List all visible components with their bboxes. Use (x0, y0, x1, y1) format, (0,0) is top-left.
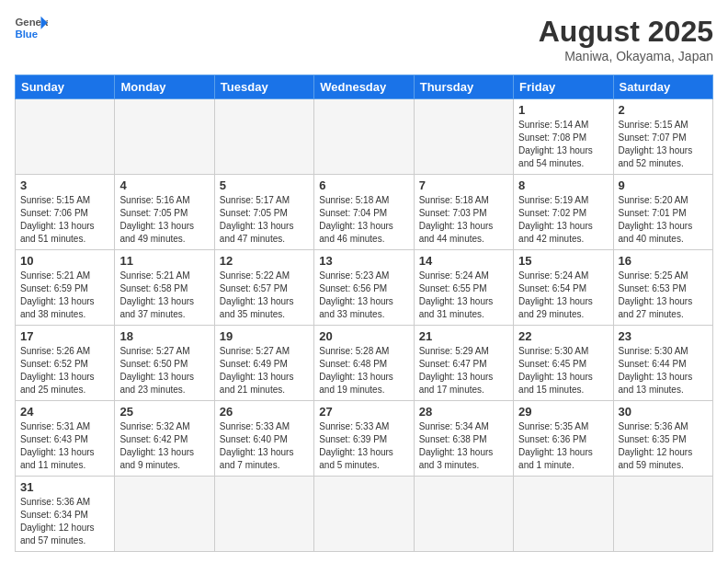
day-cell: 7Sunrise: 5:18 AM Sunset: 7:03 PM Daylig… (414, 175, 513, 250)
day-cell: 19Sunrise: 5:27 AM Sunset: 6:49 PM Dayli… (214, 326, 313, 401)
day-info: Sunrise: 5:25 AM Sunset: 6:53 PM Dayligh… (619, 270, 708, 321)
day-info: Sunrise: 5:36 AM Sunset: 6:35 PM Dayligh… (619, 420, 708, 472)
day-cell: 25Sunrise: 5:32 AM Sunset: 6:42 PM Dayli… (115, 401, 214, 477)
day-cell: 18Sunrise: 5:27 AM Sunset: 6:50 PM Dayli… (115, 326, 214, 401)
day-info: Sunrise: 5:30 AM Sunset: 6:44 PM Dayligh… (619, 345, 708, 396)
day-cell: 16Sunrise: 5:25 AM Sunset: 6:53 PM Dayli… (613, 250, 712, 326)
day-number: 20 (319, 329, 408, 343)
day-cell: 22Sunrise: 5:30 AM Sunset: 6:45 PM Dayli… (514, 326, 613, 401)
day-number: 13 (319, 254, 408, 268)
weekday-header-wednesday: Wednesday (314, 75, 414, 99)
day-cell: 14Sunrise: 5:24 AM Sunset: 6:55 PM Dayli… (414, 250, 513, 326)
day-cell: 21Sunrise: 5:29 AM Sunset: 6:47 PM Dayli… (414, 326, 513, 401)
day-cell: 30Sunrise: 5:36 AM Sunset: 6:35 PM Dayli… (613, 401, 712, 477)
week-row-0: 1Sunrise: 5:14 AM Sunset: 7:08 PM Daylig… (16, 99, 713, 175)
calendar: SundayMondayTuesdayWednesdayThursdayFrid… (15, 75, 713, 552)
day-cell: 2Sunrise: 5:15 AM Sunset: 7:07 PM Daylig… (613, 99, 712, 175)
day-info: Sunrise: 5:24 AM Sunset: 6:55 PM Dayligh… (419, 270, 508, 321)
day-number: 19 (220, 329, 309, 343)
day-info: Sunrise: 5:18 AM Sunset: 7:04 PM Dayligh… (319, 194, 408, 246)
weekday-header-thursday: Thursday (414, 75, 513, 99)
day-info: Sunrise: 5:35 AM Sunset: 6:36 PM Dayligh… (518, 420, 608, 472)
day-cell: 1Sunrise: 5:14 AM Sunset: 7:08 PM Daylig… (514, 99, 613, 175)
day-info: Sunrise: 5:29 AM Sunset: 6:47 PM Dayligh… (419, 345, 508, 396)
weekday-header-monday: Monday (115, 75, 214, 99)
day-number: 15 (518, 254, 608, 268)
day-number: 9 (619, 178, 708, 192)
day-cell: 31Sunrise: 5:36 AM Sunset: 6:34 PM Dayli… (16, 477, 115, 552)
day-info: Sunrise: 5:36 AM Sunset: 6:34 PM Dayligh… (20, 496, 109, 547)
day-info: Sunrise: 5:15 AM Sunset: 7:06 PM Dayligh… (20, 194, 109, 246)
day-info: Sunrise: 5:18 AM Sunset: 7:03 PM Dayligh… (419, 194, 508, 246)
day-cell (16, 99, 115, 175)
day-number: 8 (518, 178, 608, 192)
day-number: 2 (619, 103, 708, 117)
week-row-5: 31Sunrise: 5:36 AM Sunset: 6:34 PM Dayli… (16, 477, 713, 552)
location: Maniwa, Okayama, Japan (539, 49, 713, 63)
day-cell (115, 477, 214, 552)
day-number: 7 (419, 178, 508, 192)
day-number: 10 (20, 254, 109, 268)
weekday-header-row: SundayMondayTuesdayWednesdayThursdayFrid… (16, 75, 713, 99)
day-cell (214, 477, 313, 552)
day-number: 29 (518, 405, 608, 419)
day-number: 6 (319, 178, 408, 192)
weekday-header-friday: Friday (514, 75, 613, 99)
day-cell: 11Sunrise: 5:21 AM Sunset: 6:58 PM Dayli… (115, 250, 214, 326)
day-cell: 6Sunrise: 5:18 AM Sunset: 7:04 PM Daylig… (314, 175, 414, 250)
day-number: 25 (119, 405, 209, 419)
day-number: 14 (419, 254, 508, 268)
day-cell (414, 477, 513, 552)
weekday-header-sunday: Sunday (16, 75, 115, 99)
weekday-header-saturday: Saturday (613, 75, 712, 99)
day-number: 28 (419, 405, 508, 419)
day-number: 31 (20, 480, 109, 494)
day-info: Sunrise: 5:15 AM Sunset: 7:07 PM Dayligh… (619, 119, 708, 170)
day-cell: 24Sunrise: 5:31 AM Sunset: 6:43 PM Dayli… (16, 401, 115, 477)
day-info: Sunrise: 5:31 AM Sunset: 6:43 PM Dayligh… (20, 420, 109, 472)
week-row-3: 17Sunrise: 5:26 AM Sunset: 6:52 PM Dayli… (16, 326, 713, 401)
day-number: 21 (419, 329, 508, 343)
day-cell (414, 99, 513, 175)
day-number: 23 (619, 329, 708, 343)
logo-icon: General Blue (15, 15, 48, 40)
week-row-2: 10Sunrise: 5:21 AM Sunset: 6:59 PM Dayli… (16, 250, 713, 326)
day-info: Sunrise: 5:33 AM Sunset: 6:40 PM Dayligh… (220, 420, 309, 472)
day-info: Sunrise: 5:19 AM Sunset: 7:02 PM Dayligh… (518, 194, 608, 246)
day-info: Sunrise: 5:20 AM Sunset: 7:01 PM Dayligh… (619, 194, 708, 246)
day-cell: 4Sunrise: 5:16 AM Sunset: 7:05 PM Daylig… (115, 175, 214, 250)
day-cell (514, 477, 613, 552)
day-cell: 5Sunrise: 5:17 AM Sunset: 7:05 PM Daylig… (214, 175, 313, 250)
day-cell: 29Sunrise: 5:35 AM Sunset: 6:36 PM Dayli… (514, 401, 613, 477)
day-cell: 26Sunrise: 5:33 AM Sunset: 6:40 PM Dayli… (214, 401, 313, 477)
day-cell: 8Sunrise: 5:19 AM Sunset: 7:02 PM Daylig… (514, 175, 613, 250)
day-number: 17 (20, 329, 109, 343)
day-info: Sunrise: 5:33 AM Sunset: 6:39 PM Dayligh… (319, 420, 408, 472)
day-info: Sunrise: 5:24 AM Sunset: 6:54 PM Dayligh… (518, 270, 608, 321)
day-cell: 17Sunrise: 5:26 AM Sunset: 6:52 PM Dayli… (16, 326, 115, 401)
day-number: 16 (619, 254, 708, 268)
day-info: Sunrise: 5:27 AM Sunset: 6:50 PM Dayligh… (119, 345, 209, 396)
day-info: Sunrise: 5:27 AM Sunset: 6:49 PM Dayligh… (220, 345, 309, 396)
day-number: 26 (220, 405, 309, 419)
day-cell: 9Sunrise: 5:20 AM Sunset: 7:01 PM Daylig… (613, 175, 712, 250)
day-cell: 23Sunrise: 5:30 AM Sunset: 6:44 PM Dayli… (613, 326, 712, 401)
day-cell (214, 99, 313, 175)
day-info: Sunrise: 5:22 AM Sunset: 6:57 PM Dayligh… (220, 270, 309, 321)
week-row-4: 24Sunrise: 5:31 AM Sunset: 6:43 PM Dayli… (16, 401, 713, 477)
day-number: 30 (619, 405, 708, 419)
title-block: August 2025 Maniwa, Okayama, Japan (539, 15, 713, 63)
day-info: Sunrise: 5:23 AM Sunset: 6:56 PM Dayligh… (319, 270, 408, 321)
day-number: 1 (518, 103, 608, 117)
day-number: 3 (20, 178, 109, 192)
day-number: 11 (119, 254, 209, 268)
day-info: Sunrise: 5:14 AM Sunset: 7:08 PM Dayligh… (518, 119, 608, 170)
day-cell (613, 477, 712, 552)
day-number: 4 (119, 178, 209, 192)
day-cell: 15Sunrise: 5:24 AM Sunset: 6:54 PM Dayli… (514, 250, 613, 326)
day-cell (314, 99, 414, 175)
day-cell: 12Sunrise: 5:22 AM Sunset: 6:57 PM Dayli… (214, 250, 313, 326)
day-info: Sunrise: 5:17 AM Sunset: 7:05 PM Dayligh… (220, 194, 309, 246)
day-info: Sunrise: 5:28 AM Sunset: 6:48 PM Dayligh… (319, 345, 408, 396)
day-cell (115, 99, 214, 175)
